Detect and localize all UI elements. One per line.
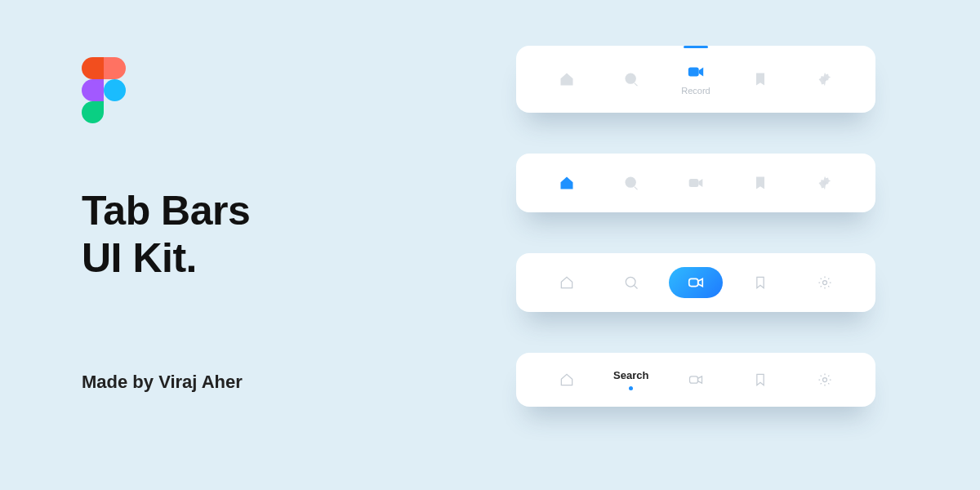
- bookmark-icon: [752, 372, 768, 388]
- tab-label: Search: [613, 369, 648, 381]
- settings-icon: [817, 274, 833, 291]
- tab-bookmark[interactable]: [728, 46, 793, 113]
- active-dot-indicator: [629, 386, 633, 390]
- svg-rect-8: [689, 278, 698, 286]
- tab-video[interactable]: [663, 154, 728, 212]
- tab-bar-4: Search: [516, 353, 875, 407]
- tab-bar-2: [516, 154, 875, 212]
- svg-rect-4: [689, 179, 699, 187]
- svg-point-0: [625, 74, 635, 84]
- video-icon: [687, 274, 705, 292]
- svg-point-3: [625, 177, 635, 188]
- tab-home[interactable]: [534, 46, 599, 113]
- tab-settings[interactable]: [793, 353, 858, 407]
- video-icon: [688, 175, 704, 191]
- video-icon: [687, 63, 705, 81]
- tab-search[interactable]: [599, 46, 663, 113]
- svg-point-6: [626, 277, 635, 287]
- home-icon: [559, 71, 575, 87]
- tab-bars-column: Record: [516, 46, 875, 407]
- credit-text: Made by Viraj Aher: [82, 372, 250, 393]
- active-pill: [669, 267, 723, 298]
- tab-bookmark[interactable]: [728, 154, 793, 212]
- tab-settings[interactable]: [793, 253, 858, 312]
- active-indicator: [684, 46, 708, 48]
- home-icon: [559, 372, 575, 388]
- tab-search[interactable]: Search: [599, 353, 663, 407]
- tab-bar-3: [516, 253, 875, 312]
- home-icon: [559, 274, 575, 291]
- tab-home[interactable]: [534, 154, 599, 212]
- svg-rect-1: [688, 68, 699, 77]
- bookmark-icon: [752, 274, 768, 291]
- tab-bookmark[interactable]: [728, 353, 793, 407]
- tab-home[interactable]: [534, 353, 599, 407]
- tab-search[interactable]: [599, 154, 663, 212]
- settings-icon: [817, 372, 833, 388]
- bookmark-icon: [752, 71, 768, 87]
- bookmark-icon: [752, 175, 768, 191]
- tab-video[interactable]: [663, 253, 728, 312]
- tab-label: Record: [681, 86, 710, 96]
- search-icon: [623, 274, 639, 291]
- page-title: Tab Bars UI Kit.: [82, 188, 250, 282]
- svg-point-11: [823, 378, 827, 382]
- figma-logo-icon: [82, 57, 126, 122]
- settings-icon: [817, 175, 833, 191]
- svg-line-7: [634, 285, 637, 288]
- search-icon: [623, 71, 639, 87]
- tab-video[interactable]: [663, 353, 728, 407]
- settings-icon: [817, 71, 833, 87]
- video-icon: [688, 372, 704, 388]
- tab-bookmark[interactable]: [728, 253, 793, 312]
- home-icon: [559, 175, 575, 191]
- tab-search[interactable]: [599, 253, 663, 312]
- svg-point-9: [823, 281, 827, 285]
- search-icon: [623, 175, 639, 191]
- svg-rect-10: [690, 376, 698, 383]
- tab-home[interactable]: [534, 253, 599, 312]
- left-section: Tab Bars UI Kit. Made by Viraj Aher: [82, 57, 250, 393]
- tab-bar-1: Record: [516, 46, 875, 113]
- tab-settings[interactable]: [793, 154, 858, 212]
- tab-settings[interactable]: [793, 46, 858, 113]
- tab-record[interactable]: Record: [663, 46, 728, 113]
